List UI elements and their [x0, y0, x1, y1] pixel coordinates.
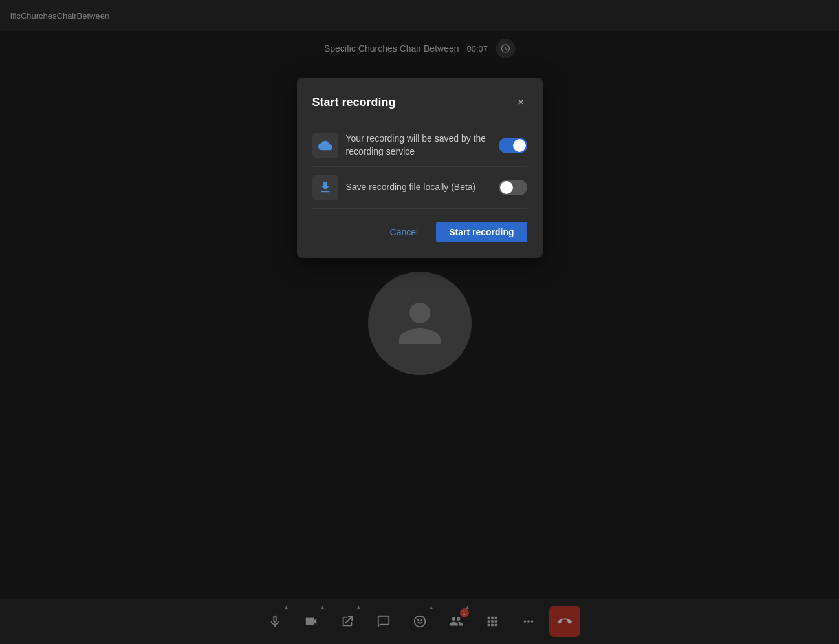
start-recording-dialog: Start recording × Your recording will be… [297, 78, 543, 258]
start-recording-button[interactable]: Start recording [436, 222, 527, 242]
dialog-header: Start recording × [312, 93, 527, 112]
toggle-thumb [513, 139, 526, 152]
cloud-icon-container [312, 133, 338, 158]
cancel-button[interactable]: Cancel [380, 222, 429, 242]
cloud-recording-toggle[interactable] [499, 138, 527, 153]
cloud-icon [318, 138, 332, 153]
local-recording-option: Save recording file locally (Beta) [312, 167, 527, 209]
cloud-recording-option: Your recording will be saved by the reco… [312, 125, 527, 167]
dialog-title: Start recording [312, 96, 396, 109]
local-recording-toggle[interactable] [499, 180, 527, 195]
local-recording-label: Save recording file locally (Beta) [346, 181, 491, 194]
cloud-recording-label: Your recording will be saved by the reco… [346, 133, 491, 158]
dialog-close-button[interactable]: × [515, 93, 527, 112]
toggle-thumb [500, 181, 513, 194]
download-icon-container [312, 175, 338, 200]
download-icon [318, 180, 332, 195]
dialog-footer: Cancel Start recording [312, 222, 527, 242]
modal-overlay: Start recording × Your recording will be… [0, 0, 839, 644]
